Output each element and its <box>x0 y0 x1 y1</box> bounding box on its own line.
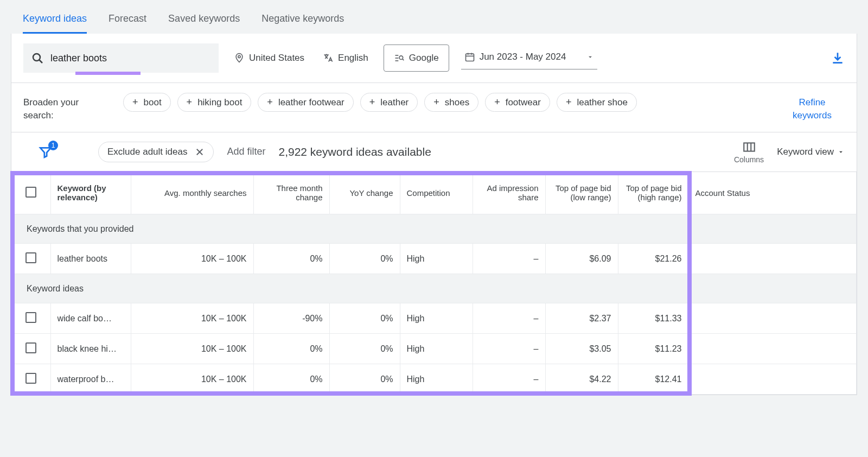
cell-bid-high: $12.41 <box>618 364 688 395</box>
table-row[interactable]: wide calf bo… 10K – 100K -90% 0% High – … <box>11 303 857 334</box>
table-row[interactable]: leather boots 10K – 100K 0% 0% High – $6… <box>11 244 857 274</box>
cell-three-month: 0% <box>253 244 329 274</box>
broaden-chip[interactable]: +leather shoe <box>557 93 637 112</box>
date-range-selector[interactable]: Jun 2023 - May 2024 <box>461 47 598 69</box>
cell-keyword: leather boots <box>50 244 131 274</box>
cell-keyword: black knee hi… <box>50 334 131 364</box>
chip-label: leather footwear <box>278 97 344 108</box>
plus-icon: + <box>267 97 273 108</box>
plus-icon: + <box>187 97 193 108</box>
header-yoy[interactable]: YoY change <box>329 172 400 214</box>
dropdown-caret-icon <box>586 53 594 61</box>
cell-bid-low: $3.05 <box>545 334 618 364</box>
refine-keywords-link[interactable]: Refine keywords <box>780 93 845 122</box>
filter-funnel-icon[interactable]: 1 <box>39 145 53 159</box>
plus-icon: + <box>132 97 138 108</box>
svg-line-1 <box>40 60 43 64</box>
broaden-chip[interactable]: +leather footwear <box>258 93 353 112</box>
cell-three-month: 0% <box>253 334 329 364</box>
broaden-chip[interactable]: +footwear <box>485 93 550 112</box>
cell-three-month: -90% <box>253 303 329 334</box>
tab-saved-keywords[interactable]: Saved keywords <box>168 5 240 34</box>
tab-forecast[interactable]: Forecast <box>108 5 146 34</box>
close-icon[interactable] <box>195 147 205 157</box>
svg-point-2 <box>238 55 240 58</box>
header-keyword[interactable]: Keyword (by relevance) <box>50 172 131 214</box>
svg-line-7 <box>403 59 404 61</box>
network-label: Google <box>409 53 439 64</box>
row-checkbox[interactable] <box>25 312 36 323</box>
section-ideas-label: Keyword ideas <box>11 274 857 303</box>
cell-competition: High <box>400 303 473 334</box>
network-selector[interactable]: Google <box>384 45 449 72</box>
download-icon[interactable] <box>831 51 845 65</box>
header-three-month[interactable]: Three month change <box>253 172 329 214</box>
exclude-adult-chip[interactable]: Exclude adult ideas <box>98 142 214 162</box>
cell-competition: High <box>400 244 473 274</box>
location-selector[interactable]: United States <box>231 48 308 68</box>
broaden-label: Broaden your search: <box>23 93 110 122</box>
plus-icon: + <box>566 97 572 108</box>
cell-keyword: waterproof b… <box>50 364 131 395</box>
dropdown-caret-icon <box>837 148 845 156</box>
select-all-checkbox[interactable] <box>25 187 36 198</box>
cell-bid-high: $11.33 <box>618 303 688 334</box>
filter-badge: 1 <box>48 141 58 150</box>
language-label: English <box>338 53 368 64</box>
cell-avg: 10K – 100K <box>131 244 253 274</box>
svg-point-0 <box>33 54 40 61</box>
search-filter-bar: United States English Google Jun 2023 - … <box>11 34 857 83</box>
broaden-chip[interactable]: +shoes <box>424 93 478 112</box>
keyword-search-box[interactable] <box>23 43 219 73</box>
location-label: United States <box>249 53 304 64</box>
cell-ad-impression: – <box>473 303 545 334</box>
cell-ad-impression: – <box>473 334 545 364</box>
columns-icon <box>742 140 756 154</box>
cell-ad-impression: – <box>473 244 545 274</box>
keyword-view-dropdown[interactable]: Keyword view <box>777 147 845 157</box>
cell-bid-low: $4.22 <box>545 364 618 395</box>
row-checkbox[interactable] <box>25 252 36 263</box>
chip-label: footwear <box>506 97 541 108</box>
section-ideas-row: Keyword ideas <box>11 274 857 303</box>
view-label: Keyword view <box>777 147 834 157</box>
filters-row: 1 Exclude adult ideas Add filter 2,922 k… <box>11 132 857 172</box>
cell-yoy: 0% <box>329 364 400 395</box>
keyword-search-input[interactable] <box>50 53 211 64</box>
ideas-count-text: 2,922 keyword ideas available <box>278 145 431 158</box>
header-ad-impression[interactable]: Ad impression share <box>473 172 545 214</box>
table-row[interactable]: black knee hi… 10K – 100K 0% 0% High – $… <box>11 334 857 364</box>
columns-label: Columns <box>734 155 764 164</box>
tab-keyword-ideas[interactable]: Keyword ideas <box>23 5 87 34</box>
cell-account-status <box>688 303 857 334</box>
language-selector[interactable]: English <box>320 48 372 68</box>
cell-yoy: 0% <box>329 303 400 334</box>
svg-rect-8 <box>465 54 474 61</box>
search-icon <box>31 52 44 65</box>
broaden-chip[interactable]: +leather <box>360 93 418 112</box>
broaden-chip[interactable]: +boot <box>123 93 171 112</box>
cell-avg: 10K – 100K <box>131 334 253 364</box>
chip-label: leather shoe <box>577 97 628 108</box>
header-account-status[interactable]: Account Status <box>688 172 857 214</box>
cell-keyword: wide calf bo… <box>50 303 131 334</box>
header-competition[interactable]: Competition <box>400 172 473 214</box>
row-checkbox[interactable] <box>25 373 36 384</box>
cell-account-status <box>688 244 857 274</box>
chip-label: shoes <box>445 97 469 108</box>
columns-button[interactable]: Columns <box>734 140 764 164</box>
header-avg-searches[interactable]: Avg. monthly searches <box>131 172 253 214</box>
broaden-chips: +boot +hiking boot +leather footwear +le… <box>123 93 767 112</box>
search-underline-marker <box>75 72 141 75</box>
header-bid-high[interactable]: Top of page bid (high range) <box>618 172 688 214</box>
cell-yoy: 0% <box>329 334 400 364</box>
tab-negative-keywords[interactable]: Negative keywords <box>261 5 344 34</box>
plus-icon: + <box>369 97 375 108</box>
header-bid-low[interactable]: Top of page bid (low range) <box>545 172 618 214</box>
section-provided-label: Keywords that you provided <box>11 214 857 244</box>
cell-bid-high: $11.23 <box>618 334 688 364</box>
add-filter-button[interactable]: Add filter <box>227 146 265 157</box>
broaden-chip[interactable]: +hiking boot <box>177 93 252 112</box>
row-checkbox[interactable] <box>25 342 36 353</box>
table-row[interactable]: waterproof b… 10K – 100K 0% 0% High – $4… <box>11 364 857 395</box>
